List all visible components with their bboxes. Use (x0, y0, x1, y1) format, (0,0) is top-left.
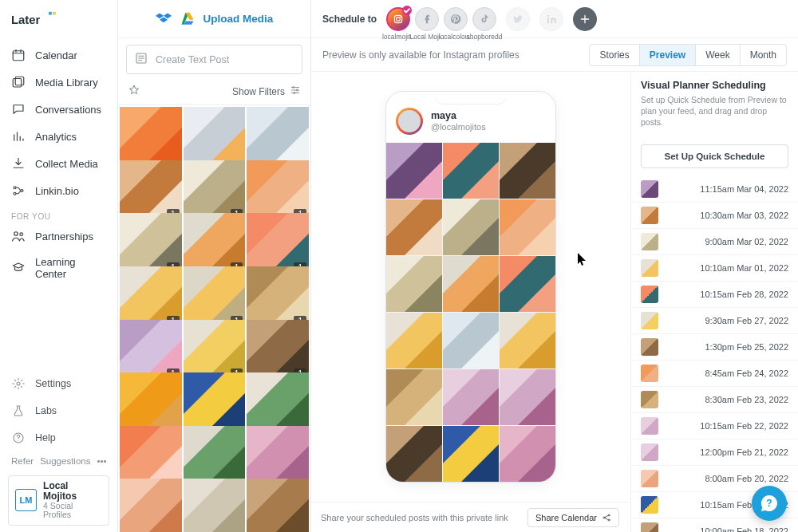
nav-labs[interactable]: Labs (0, 397, 117, 424)
nav-learning-center[interactable]: Learning Center (0, 250, 117, 286)
calendar-icon (11, 48, 26, 62)
feed-cell[interactable] (500, 256, 555, 312)
schedule-thumb (641, 391, 658, 408)
media-grid: 111111111111 (118, 105, 310, 532)
svg-rect-1 (49, 12, 52, 15)
svg-point-11 (17, 382, 20, 385)
schedule-row[interactable]: 10:15am Feb 22, 2022 (631, 413, 798, 439)
schedule-row[interactable]: 10:30am Mar 03, 2022 (631, 203, 798, 229)
svg-point-9 (14, 232, 18, 236)
nav-label: Help (35, 432, 56, 443)
extra-profile-twitter[interactable] (506, 7, 530, 31)
social-profiles: localmojit..Local Moji..localcolou..shop… (386, 7, 496, 31)
share-calendar-button[interactable]: Share Calendar (527, 508, 619, 527)
nav-calendar[interactable]: Calendar (0, 41, 117, 69)
nav-help[interactable]: Help (0, 424, 117, 451)
profile-bubble[interactable] (386, 7, 410, 31)
schedule-time: 8:45am Feb 24, 2022 (666, 368, 788, 378)
nav-label: Media Library (35, 77, 98, 89)
schedule-row[interactable]: 8:30am Feb 23, 2022 (631, 387, 798, 413)
help-icon (11, 431, 26, 445)
feed-cell[interactable] (386, 426, 442, 482)
schedule-row[interactable]: 10:10am Mar 01, 2022 (631, 255, 798, 282)
nav-analytics[interactable]: Analytics (0, 123, 117, 150)
share-button-label: Share Calendar (535, 513, 597, 522)
nav-media-library[interactable]: Media Library (0, 69, 117, 96)
account-switcher[interactable]: LM Local Mojitos 4 Social Profiles (8, 475, 109, 526)
schedule-thumb (641, 207, 658, 224)
media-thumbnail[interactable] (184, 479, 246, 532)
feed-cell[interactable] (386, 313, 442, 368)
view-tab-stories[interactable]: Stories (590, 45, 639, 65)
feed-cell[interactable] (443, 199, 499, 255)
view-tab-preview[interactable]: Preview (640, 45, 696, 65)
feed-cell[interactable] (500, 426, 555, 482)
nav-label: Linkin.bio (35, 185, 79, 197)
sliders-icon[interactable] (290, 85, 301, 99)
preview-note: Preview is only available for Instagram … (322, 49, 519, 61)
nav-collect-media[interactable]: Collect Media (0, 150, 117, 177)
feed-cell[interactable] (386, 369, 442, 425)
show-filters-button[interactable]: Show Filters (232, 86, 285, 97)
extra-profile-linkedin[interactable] (539, 7, 563, 31)
view-tab-month[interactable]: Month (741, 45, 786, 65)
google-drive-icon[interactable] (180, 11, 196, 27)
help-fab[interactable]: ? (752, 486, 787, 521)
schedule-row[interactable]: 1:30pm Feb 25, 2022 (631, 334, 798, 361)
nav-conversations[interactable]: Conversations (0, 96, 117, 123)
upload-media-row: Upload Media (118, 0, 310, 38)
view-tab-week[interactable]: Week (696, 45, 740, 65)
feed-cell[interactable] (500, 143, 555, 199)
feed-cell[interactable] (386, 143, 442, 199)
feed-cell[interactable] (500, 199, 555, 255)
media-thumbnail[interactable] (247, 479, 309, 532)
feed-cell[interactable] (443, 426, 499, 482)
dropbox-icon[interactable] (156, 11, 172, 27)
schedule-panel: Visual Planner Scheduling Set up Quick S… (630, 72, 798, 532)
schedule-row[interactable]: 8:45am Feb 24, 2022 (631, 361, 798, 387)
feed-cell[interactable] (500, 369, 555, 425)
add-profile-button[interactable] (573, 7, 597, 31)
nav-label: Learning Center (35, 256, 106, 280)
share-icon (602, 513, 611, 522)
schedule-thumb (641, 233, 658, 250)
schedule-row[interactable]: 9:00am Mar 02, 2022 (631, 229, 798, 255)
schedule-row[interactable]: 11:15am Mar 04, 2022 (631, 176, 798, 203)
feed-cell[interactable] (443, 313, 499, 368)
phone-handle: @localmojitos (431, 122, 486, 132)
feed-cell[interactable] (386, 256, 442, 312)
svg-text:?: ? (766, 498, 772, 509)
feed-cell[interactable] (443, 369, 499, 425)
schedule-row[interactable]: 9:30am Feb 27, 2022 (631, 308, 798, 334)
upload-media-button[interactable]: Upload Media (203, 13, 274, 25)
more-icon[interactable]: ••• (97, 456, 106, 466)
star-icon[interactable] (128, 84, 140, 100)
schedule-row[interactable]: 10:15am Feb 28, 2022 (631, 282, 798, 308)
nav-linkinbio[interactable]: Linkin.bio (0, 177, 117, 204)
schedule-row[interactable]: 12:00pm Feb 21, 2022 (631, 439, 798, 466)
refer-row[interactable]: Refer Suggestions ••• (0, 451, 117, 471)
nav-label: Calendar (35, 49, 77, 61)
schedule-time: 8:30am Feb 23, 2022 (666, 395, 788, 404)
logo[interactable]: Later (0, 8, 117, 41)
nav-partnerships[interactable]: Partnerships (0, 223, 117, 250)
svg-point-10 (20, 233, 23, 236)
profile-bubble[interactable] (415, 7, 439, 31)
profile-bubble[interactable] (472, 7, 496, 31)
nav-settings[interactable]: Settings (0, 370, 117, 397)
media-icon (11, 75, 26, 89)
svg-rect-4 (13, 79, 22, 88)
svg-point-19 (400, 16, 401, 18)
feed-cell[interactable] (500, 313, 555, 368)
schedule-thumb (641, 338, 658, 356)
setup-quick-schedule-button[interactable]: Set Up Quick Schedule (641, 144, 788, 168)
feed-cell[interactable] (386, 199, 442, 255)
profile-bubble[interactable] (444, 7, 468, 31)
create-text-post-button[interactable]: Create Text Post (126, 45, 302, 74)
media-thumbnail[interactable] (120, 479, 182, 532)
feed-cell[interactable] (443, 256, 499, 312)
schedule-time: 11:15am Mar 04, 2022 (666, 184, 788, 194)
download-icon (11, 156, 26, 171)
schedule-time: 10:15am Feb 28, 2022 (666, 290, 788, 299)
feed-cell[interactable] (443, 143, 499, 199)
